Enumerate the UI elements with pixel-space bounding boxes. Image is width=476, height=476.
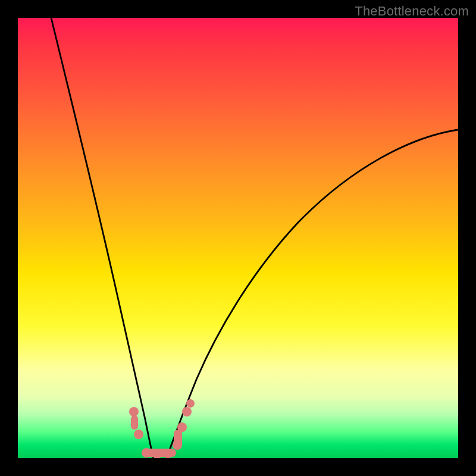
svg-rect-1	[131, 415, 138, 430]
curve-layer	[18, 18, 458, 458]
svg-point-6	[163, 449, 173, 458]
svg-point-10	[182, 407, 192, 416]
left-curve	[51, 18, 154, 458]
marker-cluster	[129, 399, 195, 458]
watermark-text: TheBottleneck.com	[355, 4, 469, 19]
svg-rect-8	[174, 430, 182, 447]
svg-point-9	[177, 422, 187, 432]
plot-area	[18, 18, 458, 458]
svg-point-4	[142, 448, 151, 458]
svg-point-0	[129, 407, 139, 416]
svg-point-2	[134, 430, 143, 439]
chart-frame: TheBottleneck.com	[0, 0, 476, 476]
svg-point-11	[186, 399, 195, 408]
right-curve	[167, 130, 458, 458]
